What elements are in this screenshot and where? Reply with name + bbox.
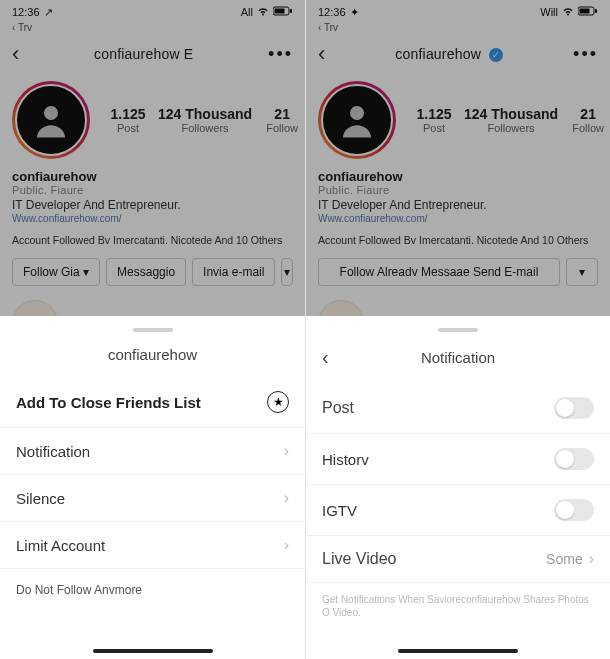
home-indicator[interactable]: [93, 649, 213, 653]
notification-sheet: ‹ Notification Post Historv IGTV Live Vi…: [306, 316, 610, 659]
svg-point-3: [44, 106, 58, 120]
status-carrier: All: [241, 6, 253, 18]
username-text: confiaurehow: [395, 46, 481, 62]
battery-icon: [578, 6, 598, 18]
row-history: Historv: [306, 434, 610, 485]
chevron-right-icon: ›: [589, 550, 594, 568]
sheet-back-icon[interactable]: ‹: [322, 346, 340, 369]
svg-rect-2: [290, 9, 292, 13]
chevron-right-icon: ›: [284, 536, 289, 554]
followed-by[interactable]: Account Followed Bv Imercatanti. Nicoted…: [306, 230, 610, 250]
action-row: Follow Alreadv Messaae Send E-mail ▾: [306, 250, 610, 294]
row-close-friends[interactable]: Add To Close Friends List ★: [0, 375, 305, 428]
svg-rect-5: [580, 9, 590, 14]
row-igtv: IGTV: [306, 485, 610, 536]
bio: confiaurehow Public. Fiaure IT Developer…: [0, 167, 305, 230]
verified-icon: ✓: [489, 48, 503, 62]
row-label: Silence: [16, 490, 65, 507]
grabber-icon[interactable]: [438, 328, 478, 332]
battery-icon: [273, 6, 293, 18]
toggle-history[interactable]: [554, 448, 594, 470]
more-icon[interactable]: •••: [268, 44, 293, 65]
profile-header: ‹ confiaurehow E •••: [0, 35, 305, 77]
home-indicator[interactable]: [398, 649, 518, 653]
row-label: Notification: [16, 443, 90, 460]
star-icon: ★: [267, 391, 289, 413]
following-count: 21: [252, 106, 305, 122]
bio-description: IT Developer And Entrepreneur.: [318, 198, 598, 212]
profile-header: ‹ confiaurehow ✓ •••: [306, 35, 610, 77]
bio-category: Public. Fiaure: [318, 184, 598, 196]
svg-point-7: [350, 106, 364, 120]
profile-username: confiaurehow E: [19, 46, 268, 62]
screenshot-right: 12:36 ✦ Will Trv ‹ confiaurehow ✓ •••: [305, 0, 610, 659]
posts-label: Post: [98, 122, 158, 134]
svg-rect-1: [275, 9, 285, 14]
bio-link[interactable]: Www.confiaurehow.com/: [12, 213, 293, 224]
followers-label: Followers: [158, 122, 252, 134]
bio-category: Public. Fiaure: [12, 184, 293, 196]
wifi-icon: [562, 6, 574, 18]
followers-count: 124 Thousand: [464, 106, 558, 122]
row-label: Add To Close Friends List: [16, 394, 201, 411]
stat-posts[interactable]: 1.125 Post: [404, 106, 464, 134]
grabber-icon[interactable]: [133, 328, 173, 332]
row-limit[interactable]: Limit Account ›: [0, 522, 305, 569]
action-sheet: confiaurehow Add To Close Friends List ★…: [0, 316, 305, 659]
suggest-button[interactable]: ▾: [281, 258, 293, 286]
action-row: Follow Gia ▾ Messaggio Invia e-mail ▾: [0, 250, 305, 294]
status-time-icon: ↗: [44, 6, 53, 19]
row-live[interactable]: Live Video Some ›: [306, 536, 610, 583]
row-label: Limit Account: [16, 537, 105, 554]
stat-posts[interactable]: 1.125 Post: [98, 106, 158, 134]
sheet-title: confiaurehow: [34, 346, 271, 363]
row-label: Historv: [322, 451, 369, 468]
row-unfollow[interactable]: Do Not Follow Anvmore: [0, 569, 305, 611]
stat-followers[interactable]: 124 Thousand Followers: [158, 106, 252, 134]
follow-button[interactable]: Follow Gia ▾: [12, 258, 100, 286]
followers-count: 124 Thousand: [158, 106, 252, 122]
followers-label: Followers: [464, 122, 558, 134]
bio-link[interactable]: Www.confiaurehow.com/: [318, 213, 598, 224]
toggle-igtv[interactable]: [554, 499, 594, 521]
suggest-button[interactable]: ▾: [566, 258, 598, 286]
message-button[interactable]: Messaggio: [106, 258, 186, 286]
toggle-post[interactable]: [554, 397, 594, 419]
bio: confiaurehow Public. Fiaure IT Developer…: [306, 167, 610, 230]
email-button[interactable]: Invia e-mail: [192, 258, 275, 286]
row-label: IGTV: [322, 502, 357, 519]
status-carrier: Will: [540, 6, 558, 18]
more-icon[interactable]: •••: [573, 44, 598, 65]
stat-followers[interactable]: 124 Thousand Followers: [464, 106, 558, 134]
profile-row: 1.125 Post 124 Thousand Followers 21 Fol…: [306, 77, 610, 167]
following-count: 21: [558, 106, 610, 122]
following-label: Follow: [558, 122, 610, 134]
followed-by[interactable]: Account Followed Bv Imercatanti. Nicoted…: [0, 230, 305, 250]
row-silence[interactable]: Silence ›: [0, 475, 305, 522]
sheet-title: Notification: [340, 349, 576, 366]
svg-rect-6: [595, 9, 597, 13]
status-bar: 12:36 ✦ Will: [306, 0, 610, 24]
following-label: Follow: [252, 122, 305, 134]
row-label: Post: [322, 399, 354, 417]
avatar[interactable]: [318, 81, 396, 159]
stat-following[interactable]: 21 Follow: [252, 106, 305, 134]
status-time-icon: ✦: [350, 6, 359, 19]
status-time: 12:36: [318, 6, 346, 18]
bio-name: confiaurehow: [318, 169, 598, 184]
row-label: Live Video: [322, 550, 396, 568]
follow-message-email-button[interactable]: Follow Alreadv Messaae Send E-mail: [318, 258, 560, 286]
back-icon[interactable]: ‹: [12, 41, 19, 67]
stat-following[interactable]: 21 Follow: [558, 106, 610, 134]
sheet-note: Get Notifications When Savioreconfiaureh…: [306, 583, 610, 619]
posts-count: 1.125: [404, 106, 464, 122]
avatar[interactable]: [12, 81, 90, 159]
chevron-right-icon: ›: [284, 442, 289, 460]
status-time: 12:36: [12, 6, 40, 18]
row-notification[interactable]: Notification ›: [0, 428, 305, 475]
posts-count: 1.125: [98, 106, 158, 122]
back-icon[interactable]: ‹: [318, 41, 325, 67]
bio-name: confiaurehow: [12, 169, 293, 184]
bio-description: IT Developer And Entrepreneur.: [12, 198, 293, 212]
chevron-right-icon: ›: [284, 489, 289, 507]
